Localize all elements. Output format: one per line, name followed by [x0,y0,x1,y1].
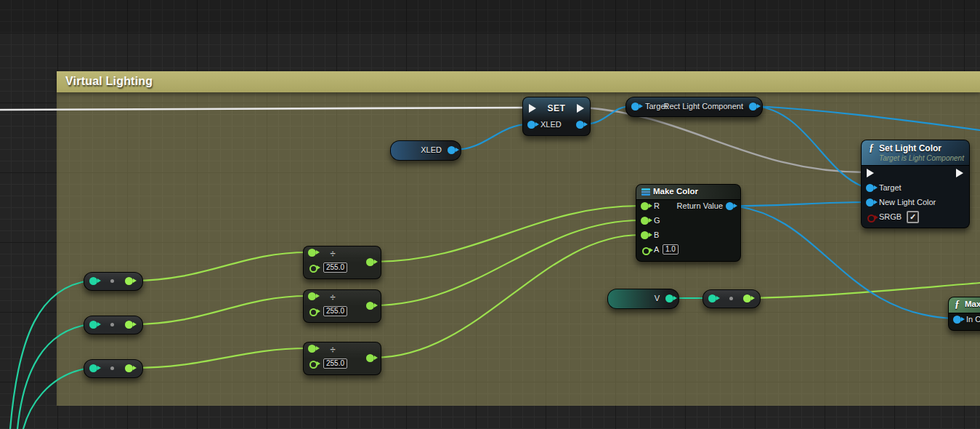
max-node-header: ƒ Max ( [949,297,980,313]
conversion-dot-icon [110,366,114,370]
byte-input-pin[interactable] [89,364,97,372]
divide-symbol: ÷ [325,248,340,259]
exec-in-pin[interactable] [529,104,536,113]
float-output-pin[interactable] [125,277,133,285]
conversion-dot-icon [110,323,114,326]
node-convert-byte-to-float-v[interactable] [702,289,761,308]
g-pin-label: G [654,216,660,225]
a-input-pin[interactable] [642,247,650,255]
in-color-pin[interactable] [953,316,961,324]
make-color-title: Make Color [653,187,698,196]
return-value-pin[interactable] [726,202,734,210]
exec-in-pin[interactable] [867,169,874,177]
new-light-color-label: New Light Color [879,198,936,207]
dividend-pin[interactable] [308,345,316,353]
exec-out-pin[interactable] [577,104,584,113]
set-light-color-subtitle: Target is Light Component [879,154,964,162]
result-pin[interactable] [366,354,374,362]
srgb-pin[interactable] [867,214,875,222]
divisor-value-input[interactable]: 255.0 [323,358,347,369]
target-input-pin[interactable] [631,103,639,111]
v-output-pin[interactable] [665,294,673,302]
r-input-pin[interactable] [641,202,649,210]
xled-output-pin[interactable] [448,146,455,154]
target-pin[interactable] [866,184,874,192]
wire-byte-r-from-offscreen[interactable] [10,281,89,429]
b-pin-label: B [654,230,659,239]
wire-rectlight-to-right-edge[interactable] [756,106,980,130]
wire-rectlight-to-slc-target[interactable] [756,106,866,188]
wire-exec-in-to-set[interactable] [0,108,528,110]
set-light-color-header: ƒ Set Light Color Target is Light Compon… [862,140,969,166]
node-set-xled[interactable]: SET XLED [522,97,591,136]
function-icon: ƒ [869,143,874,154]
node-make-color[interactable]: Make Color R G B A 1.0 Return Value [636,184,741,262]
return-value-label: Return Value [677,201,723,210]
byte-input-pin[interactable] [708,294,716,302]
node-max-function[interactable]: ƒ Max ( In Col [948,297,980,331]
blueprint-graph-canvas[interactable]: Virtual Lighting SET XLED XLED [0,0,980,429]
a-value-input[interactable]: 1.0 [663,244,679,254]
divide-symbol: ÷ [325,292,340,302]
byte-input-pin[interactable] [89,277,97,285]
conversion-dot-icon [110,279,114,283]
divisor-pin[interactable] [309,361,317,369]
a-pin-label: A [654,245,659,254]
wire-div1-to-r[interactable] [373,206,641,262]
wire-conv2-to-div2[interactable] [133,296,308,324]
srgb-checkbox[interactable]: ✓ [907,211,919,223]
make-color-header: Make Color [636,185,740,200]
wire-byte-b-from-offscreen[interactable] [23,368,89,429]
wire-exec-set-to-setlightcolor[interactable] [585,108,867,172]
float-output-pin[interactable] [125,364,133,372]
b-input-pin[interactable] [641,231,649,239]
divisor-pin[interactable] [309,308,317,316]
node-divide-b[interactable]: ÷ 255.0 [303,342,381,375]
xled-variable-label: XLED [421,145,442,154]
target-pin-label: Target [879,183,902,192]
node-convert-byte-to-float-r[interactable] [84,272,143,291]
wire-layer [0,0,980,429]
max-node-title: Max ( [965,300,980,308]
result-pin[interactable] [366,302,374,310]
exec-out-pin[interactable] [956,169,963,177]
xled-input-label: XLED [540,120,562,129]
r-pin-label: R [654,201,660,210]
float-output-pin[interactable] [743,294,751,302]
node-set-light-color[interactable]: ƒ Set Light Color Target is Light Compon… [861,140,970,228]
byte-input-pin[interactable] [89,321,97,329]
divisor-pin[interactable] [309,265,317,273]
xled-input-pin[interactable] [527,121,535,129]
node-convert-byte-to-float-g[interactable] [84,316,143,334]
divisor-value-input[interactable]: 255.0 [323,262,347,273]
node-get-v[interactable]: V [607,289,679,309]
dividend-pin[interactable] [308,292,316,300]
node-convert-byte-to-float-b[interactable] [84,359,143,378]
wire-conv1-to-div1[interactable] [133,252,308,281]
divisor-value-input[interactable]: 255.0 [323,306,347,316]
node-get-rect-light-component[interactable]: Target Rect Light Component [625,97,763,117]
new-light-color-pin[interactable] [866,199,874,207]
divide-symbol: ÷ [325,344,340,355]
v-variable-label: V [655,294,660,302]
float-output-pin[interactable] [125,321,133,329]
set-light-color-title: Set Light Color [879,143,941,153]
wire-makecolor-to-newlightcolor[interactable] [732,202,866,206]
function-icon: ƒ [955,299,960,310]
in-color-pin-label: In Col [966,315,980,324]
result-pin[interactable] [366,258,374,266]
conversion-dot-icon [729,297,733,300]
wire-conv3-to-div3[interactable] [133,348,308,368]
g-input-pin[interactable] [641,217,649,225]
srgb-label: SRGB [879,212,902,221]
dividend-pin[interactable] [308,249,316,257]
make-struct-icon [641,188,650,196]
wire-xled-to-set-input[interactable] [455,124,528,150]
rect-light-output-pin[interactable] [749,103,757,111]
wire-conv-v-to-right-edge[interactable] [750,283,980,298]
node-divide-g[interactable]: ÷ 255.0 [303,289,381,323]
set-output-pin[interactable] [576,121,584,129]
node-divide-r[interactable]: ÷ 255.0 [303,246,381,279]
wire-div3-to-b[interactable] [373,235,641,358]
node-get-xled[interactable]: XLED [390,140,461,161]
